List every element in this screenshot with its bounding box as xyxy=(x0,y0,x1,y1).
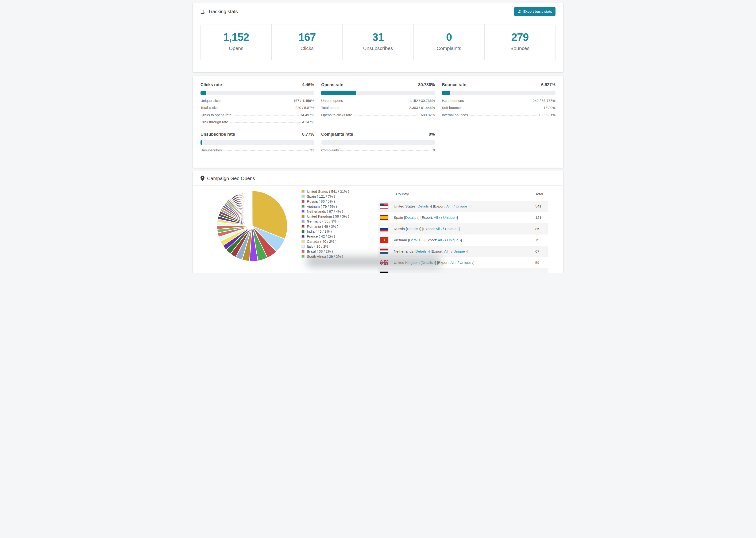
export-all-link[interactable]: All › xyxy=(434,215,440,219)
geo-content: United States ( 541 / 31% )Spain ( 121 /… xyxy=(193,186,563,273)
legend-swatch xyxy=(301,250,305,253)
rate-block-unsubscribe-rate: Unsubscribe rate0.77%Unsubscribes31 xyxy=(200,132,314,152)
legend-item[interactable]: France ( 42 / 2% ) xyxy=(301,234,369,239)
legend-swatch xyxy=(301,255,305,258)
rate-block-opens-rate: Opens rate30.736%Unique opens1,152 / 30.… xyxy=(321,82,435,124)
page-title: Tracking stats xyxy=(200,9,238,14)
export-unique-link[interactable]: Unique › xyxy=(445,227,459,231)
rate-block-bounce-rate: Bounce rate6.927%Hard bounces242 / 86.73… xyxy=(442,82,556,124)
nl-flag-icon xyxy=(380,248,388,254)
legend-item[interactable]: United States ( 541 / 31% ) xyxy=(301,189,369,194)
export-all-link[interactable]: All › xyxy=(450,260,457,265)
legend-label: Italy ( 36 / 2% ) xyxy=(307,244,331,248)
stat-row: Hard bounces242 / 86.738% xyxy=(442,99,556,103)
stat-value: 19 / 6.81% xyxy=(539,113,556,117)
export-all-link[interactable]: All › xyxy=(436,227,442,231)
legend-label: Romania ( 49 / 3% ) xyxy=(307,224,338,228)
details-link[interactable]: Details › xyxy=(415,249,429,253)
export-all-link[interactable]: All › xyxy=(446,204,453,208)
stat-label: Click through rate xyxy=(200,120,228,124)
export-all-link[interactable]: All › xyxy=(438,238,444,242)
stat-value: 689.82% xyxy=(421,113,435,117)
legend-item[interactable]: India ( 46 / 3% ) xyxy=(301,229,369,234)
details-link[interactable]: Details › xyxy=(422,260,435,265)
legend-item[interactable]: Germany ( 55 / 3% ) xyxy=(301,219,369,224)
rate-value: 4.46% xyxy=(302,82,314,87)
stat-row: Total clicks220 / 5.87% xyxy=(200,106,314,110)
stat-row: Soft bounces18 / 0% xyxy=(442,106,556,110)
geo-header: Campaign Geo Opens xyxy=(193,171,563,186)
legend-label: Canada ( 40 / 2% ) xyxy=(307,240,337,243)
legend-label: Brazil ( 33 / 2% ) xyxy=(307,249,333,253)
dotted-leader xyxy=(341,108,407,108)
stat-row: Clicks to opens rate14.497% xyxy=(200,113,314,117)
rate-value: 6.927% xyxy=(541,82,556,87)
stat-label: Hard bounces xyxy=(442,99,464,103)
legend-swatch xyxy=(301,190,305,193)
legend-item[interactable]: Brazil ( 33 / 2% ) xyxy=(301,249,369,254)
dotted-leader xyxy=(341,150,431,151)
legend-swatch xyxy=(301,235,305,238)
export-basic-stats-button[interactable]: Export basic stats xyxy=(514,7,556,16)
legend-swatch xyxy=(301,194,305,198)
legend-item[interactable]: Canada ( 40 / 2% ) xyxy=(301,239,369,243)
export-all-link[interactable]: All › xyxy=(444,249,451,253)
stat-row: Opens to clicks rate689.82% xyxy=(321,113,435,117)
country-cell: Spain [Details ›] [Export: All › / Uniqu… xyxy=(394,215,535,220)
geo-table-row: Spain [Details ›] [Export: All › / Uniqu… xyxy=(378,212,548,223)
legend-label: United States ( 541 / 31% ) xyxy=(307,189,349,193)
export-unique-link[interactable]: Unique › xyxy=(447,238,461,242)
export-unique-link[interactable]: Unique › xyxy=(453,249,467,253)
geo-pie-chart xyxy=(215,189,289,273)
stat-label: Complaints xyxy=(321,148,339,152)
stat-label: Soft bounces xyxy=(442,106,462,110)
details-link[interactable]: Details › xyxy=(418,204,431,208)
geo-title-text: Campaign Geo Opens xyxy=(207,176,255,181)
legend-label: Spain ( 121 / 7% ) xyxy=(307,194,335,198)
legend-item[interactable]: United Kingdom ( 59 / 3% ) xyxy=(301,214,369,219)
legend-item[interactable]: Italy ( 36 / 2% ) xyxy=(301,244,369,249)
legend-item[interactable]: Spain ( 121 / 7% ) xyxy=(301,194,369,199)
stat-label: Total opens xyxy=(321,106,339,110)
stat-value: 242 / 86.738% xyxy=(533,99,556,103)
total-cell: 79 xyxy=(535,238,548,242)
stat-value: 220 / 5.87% xyxy=(296,106,314,110)
export-unique-link[interactable]: Unique › xyxy=(460,260,473,265)
bar-chart-icon xyxy=(200,9,205,14)
export-unique-link[interactable]: Unique › xyxy=(443,215,457,219)
stat-label: Unsubscribes xyxy=(200,148,222,152)
details-link[interactable]: Details › xyxy=(405,215,418,219)
dotted-leader xyxy=(469,115,537,116)
legend-item[interactable]: Netherlands ( 67 / 4% ) xyxy=(301,209,369,214)
legend-item[interactable]: Romania ( 49 / 3% ) xyxy=(301,224,369,229)
details-link[interactable]: Details › xyxy=(407,227,420,231)
total-cell: 86 xyxy=(535,227,548,231)
legend-label: Germany ( 55 / 3% ) xyxy=(307,219,339,223)
summary-value: 279 xyxy=(485,31,555,43)
rate-title: Bounce rate xyxy=(442,82,466,87)
country-name: Vietnam xyxy=(394,238,407,242)
stat-value: 31 xyxy=(310,148,314,152)
stat-value: 167 / 4.456% xyxy=(294,99,314,103)
stat-value: 2,303 / 61.446% xyxy=(409,106,435,110)
geo-title: Campaign Geo Opens xyxy=(200,176,255,181)
campaign-geo-opens-card: Campaign Geo Opens United States ( 541 /… xyxy=(192,171,564,273)
export-unique-link[interactable]: Unique › xyxy=(456,204,469,208)
legend-item[interactable]: South Africa ( 29 / 2% ) xyxy=(301,254,369,259)
geo-table-row: Netherlands [Details ›] [Export: All › /… xyxy=(378,246,548,257)
details-link[interactable]: Details › xyxy=(409,238,422,242)
geo-table: Country Total United States [Details ›] … xyxy=(378,188,548,273)
geo-table-row: Russia [Details ›] [Export: All › / Uniq… xyxy=(378,223,548,235)
stat-label: Unique opens xyxy=(321,99,343,103)
legend-label: India ( 46 / 3% ) xyxy=(307,229,332,233)
geo-legend: United States ( 541 / 31% )Spain ( 121 /… xyxy=(301,189,369,273)
ru-flag-icon xyxy=(380,226,388,232)
legend-item[interactable]: Vietnam ( 79 / 5% ) xyxy=(301,204,369,209)
progress-bar xyxy=(442,91,556,95)
country-name: Spain xyxy=(394,215,403,219)
legend-item[interactable]: Russia ( 86 / 5% ) xyxy=(301,199,369,204)
tracking-stats-page: Tracking stats Export basic stats 1,152O… xyxy=(189,0,567,273)
country-name: United Kingdom xyxy=(394,260,419,265)
geo-table-body: United States [Details ›] [Export: All ›… xyxy=(378,201,548,273)
geo-table-row: United Kingdom [Details ›] [Export: All … xyxy=(378,257,548,268)
